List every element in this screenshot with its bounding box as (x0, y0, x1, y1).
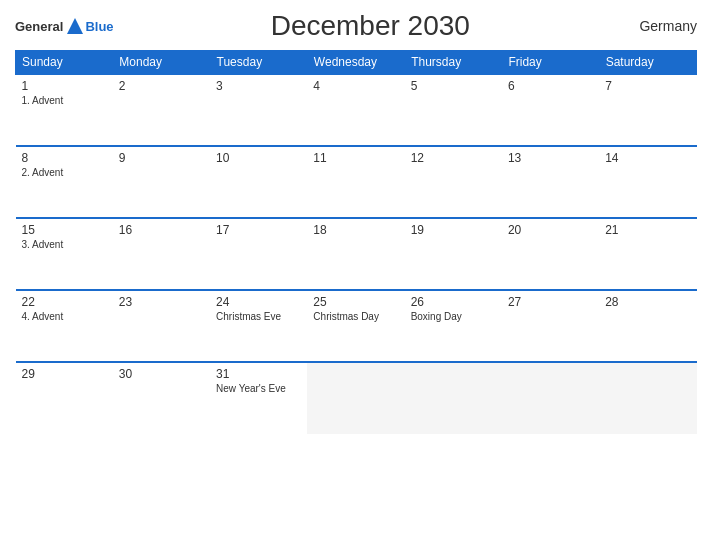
day-cell: 7 (599, 74, 696, 146)
day-cell: 14 (599, 146, 696, 218)
day-event: New Year's Eve (216, 383, 301, 394)
day-event: 4. Advent (22, 311, 107, 322)
week-row-1: 11. Advent234567 (16, 74, 697, 146)
calendar-page: General Blue December 2030 Germany Sunda… (0, 0, 712, 550)
day-cell: 19 (405, 218, 502, 290)
day-cell: 4 (307, 74, 404, 146)
day-number: 1 (22, 79, 107, 93)
day-event: Christmas Day (313, 311, 398, 322)
day-number: 18 (313, 223, 398, 237)
day-number: 8 (22, 151, 107, 165)
month-title: December 2030 (114, 10, 627, 42)
day-cell: 153. Advent (16, 218, 113, 290)
weekday-header-sunday: Sunday (16, 51, 113, 75)
day-number: 15 (22, 223, 107, 237)
day-number: 14 (605, 151, 690, 165)
day-cell: 27 (502, 290, 599, 362)
day-cell: 11. Advent (16, 74, 113, 146)
weekday-header-tuesday: Tuesday (210, 51, 307, 75)
day-cell: 12 (405, 146, 502, 218)
day-number: 4 (313, 79, 398, 93)
logo-icon (65, 16, 85, 36)
day-cell: 24Christmas Eve (210, 290, 307, 362)
day-number: 19 (411, 223, 496, 237)
day-cell: 23 (113, 290, 210, 362)
day-cell (502, 362, 599, 434)
day-number: 21 (605, 223, 690, 237)
day-cell: 11 (307, 146, 404, 218)
day-number: 23 (119, 295, 204, 309)
week-row-3: 153. Advent161718192021 (16, 218, 697, 290)
day-cell: 82. Advent (16, 146, 113, 218)
week-row-2: 82. Advent91011121314 (16, 146, 697, 218)
day-number: 9 (119, 151, 204, 165)
day-cell: 5 (405, 74, 502, 146)
day-cell: 26Boxing Day (405, 290, 502, 362)
day-number: 29 (22, 367, 107, 381)
svg-marker-0 (67, 18, 83, 34)
day-cell (405, 362, 502, 434)
day-number: 24 (216, 295, 301, 309)
day-number: 5 (411, 79, 496, 93)
day-cell: 18 (307, 218, 404, 290)
country-label: Germany (627, 18, 697, 34)
day-cell: 29 (16, 362, 113, 434)
weekday-header-friday: Friday (502, 51, 599, 75)
weekday-header-wednesday: Wednesday (307, 51, 404, 75)
day-cell: 17 (210, 218, 307, 290)
logo-blue-text: Blue (85, 19, 113, 34)
day-event: 1. Advent (22, 95, 107, 106)
header: General Blue December 2030 Germany (15, 10, 697, 42)
day-cell: 2 (113, 74, 210, 146)
day-cell (599, 362, 696, 434)
day-event: 3. Advent (22, 239, 107, 250)
day-event: Christmas Eve (216, 311, 301, 322)
day-cell: 28 (599, 290, 696, 362)
day-number: 26 (411, 295, 496, 309)
day-number: 30 (119, 367, 204, 381)
logo: General Blue (15, 16, 114, 36)
day-number: 22 (22, 295, 107, 309)
week-row-4: 224. Advent2324Christmas Eve25Christmas … (16, 290, 697, 362)
weekday-header-thursday: Thursday (405, 51, 502, 75)
weekday-header-row: SundayMondayTuesdayWednesdayThursdayFrid… (16, 51, 697, 75)
day-event: Boxing Day (411, 311, 496, 322)
weekday-header-saturday: Saturday (599, 51, 696, 75)
day-cell: 20 (502, 218, 599, 290)
day-cell: 21 (599, 218, 696, 290)
day-cell: 3 (210, 74, 307, 146)
day-number: 6 (508, 79, 593, 93)
day-number: 28 (605, 295, 690, 309)
day-number: 31 (216, 367, 301, 381)
day-cell: 25Christmas Day (307, 290, 404, 362)
day-number: 16 (119, 223, 204, 237)
day-number: 17 (216, 223, 301, 237)
day-event: 2. Advent (22, 167, 107, 178)
day-cell: 9 (113, 146, 210, 218)
day-number: 2 (119, 79, 204, 93)
week-row-5: 293031New Year's Eve (16, 362, 697, 434)
day-cell: 224. Advent (16, 290, 113, 362)
day-number: 7 (605, 79, 690, 93)
logo-general-text: General (15, 19, 63, 34)
day-cell (307, 362, 404, 434)
day-number: 11 (313, 151, 398, 165)
day-number: 3 (216, 79, 301, 93)
day-number: 12 (411, 151, 496, 165)
day-number: 27 (508, 295, 593, 309)
day-number: 13 (508, 151, 593, 165)
calendar-table: SundayMondayTuesdayWednesdayThursdayFrid… (15, 50, 697, 434)
day-cell: 6 (502, 74, 599, 146)
day-number: 10 (216, 151, 301, 165)
day-number: 25 (313, 295, 398, 309)
day-cell: 30 (113, 362, 210, 434)
day-cell: 16 (113, 218, 210, 290)
day-cell: 31New Year's Eve (210, 362, 307, 434)
day-cell: 13 (502, 146, 599, 218)
weekday-header-monday: Monday (113, 51, 210, 75)
day-cell: 10 (210, 146, 307, 218)
day-number: 20 (508, 223, 593, 237)
